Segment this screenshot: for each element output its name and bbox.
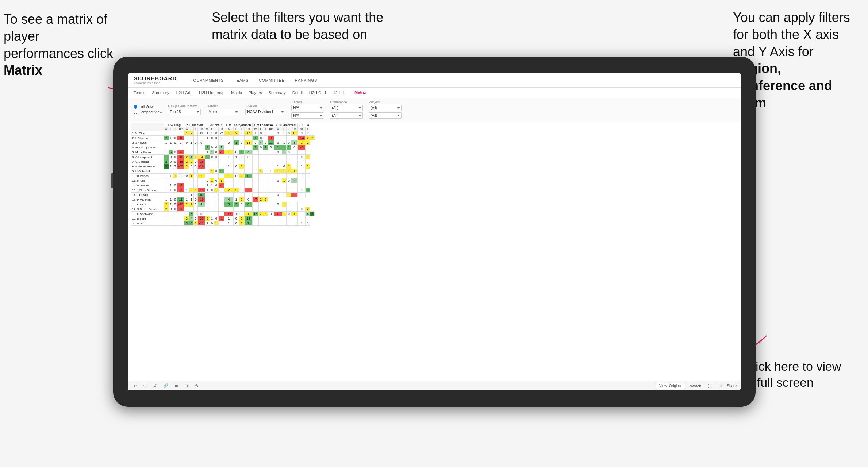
matrix-cell: 0 — [177, 174, 184, 178]
nav-committee[interactable]: COMMITTEE — [259, 78, 285, 82]
annotation-bottom-right: Click here to view in full screen — [744, 358, 857, 390]
toolbar-clock[interactable]: ⏱ — [193, 383, 200, 389]
matrix-cell: 4 — [198, 202, 205, 207]
matrix-cell — [274, 183, 282, 188]
matrix-cell: 1 — [205, 136, 210, 140]
toolbar-undo[interactable]: ↩ — [132, 383, 138, 389]
matrix-cell — [252, 202, 258, 207]
sub-nav-h2h-grid2[interactable]: H2H Grid — [309, 89, 326, 96]
gender-select[interactable]: Men's — [207, 109, 239, 115]
matrix-cell: 1 — [306, 221, 310, 226]
nav-tournaments[interactable]: TOURNAMENTS — [191, 78, 223, 82]
matrix-cell: 2 — [306, 131, 310, 136]
table-row: 11. M Ege01010104 — [131, 178, 315, 183]
matrix-cell: 0 — [173, 188, 177, 193]
sub-nav-teams[interactable]: Teams — [134, 89, 145, 96]
region-select2[interactable]: N/A — [291, 112, 324, 119]
matrix-cell: -10 — [274, 212, 282, 216]
matrix-cell: 1 — [224, 174, 234, 178]
matrix-cell: 11 — [198, 131, 205, 136]
toolbar-minus[interactable]: ⊟ — [183, 383, 189, 389]
sh-l5: L — [259, 127, 263, 131]
toolbar-left: ↩ ↪ ↺ 🔗 ⊞ ⊟ ⏱ — [132, 383, 200, 389]
matrix-cell — [282, 159, 287, 164]
sub-nav-h2h-grid1[interactable]: H2H Grid — [176, 89, 192, 96]
matrix-cell: 2 — [259, 197, 263, 202]
matrix-cell: 1 — [189, 140, 193, 145]
matrix-cell — [218, 188, 224, 193]
matrix-cell — [173, 169, 177, 174]
matrix-cell: 24 — [198, 155, 205, 159]
sub-nav-h2h-heatmap[interactable]: H2H Heatmap — [199, 89, 224, 96]
matrix-cell — [274, 207, 282, 212]
sh-l7: L — [306, 127, 310, 131]
matrix-cell — [210, 212, 214, 216]
matrix-cell — [259, 150, 263, 155]
toolbar-share[interactable]: Share — [727, 384, 737, 388]
matrix-cell: 3 — [205, 155, 210, 159]
conference-select2[interactable]: (All) — [330, 112, 363, 119]
matrix-cell — [268, 193, 274, 197]
toolbar-plus[interactable]: ⊞ — [173, 383, 180, 389]
players-select1[interactable]: (All) — [369, 105, 402, 111]
matrix-cell: 1 — [169, 202, 173, 207]
matrix-cell: 1 — [169, 164, 173, 169]
matrix-cell — [169, 221, 173, 226]
matrix-cell: 0 — [205, 169, 210, 174]
matrix-cell — [164, 131, 169, 136]
nav-rankings[interactable]: RANKINGS — [295, 78, 317, 82]
matrix-cell — [263, 155, 268, 159]
matrix-cell: 1 — [234, 197, 239, 202]
logo-text: SCOREBOARD — [134, 75, 177, 81]
matrix-cell — [198, 136, 205, 140]
division-select[interactable]: NCAA Division I — [245, 109, 285, 115]
matrix-cell: 0 — [184, 140, 189, 145]
matrix-cell: 3 — [189, 212, 193, 216]
matrix-cell — [218, 221, 224, 226]
matrix-cell — [268, 202, 274, 207]
sub-nav-summary2[interactable]: Summary — [269, 89, 286, 96]
sub-nav-matrix1[interactable]: Matrix — [231, 89, 242, 96]
nav-teams[interactable]: TEAMS — [234, 78, 249, 82]
sub-nav-h2h-h[interactable]: H2H H... — [333, 89, 348, 96]
matrix-cell — [287, 216, 291, 221]
compact-view-radio[interactable]: Compact View — [134, 110, 162, 114]
toolbar-link[interactable]: 🔗 — [162, 383, 170, 389]
matrix-cell — [193, 183, 198, 188]
toolbar-expand[interactable]: ⛶ — [706, 383, 713, 389]
matrix-scroll[interactable]: 1. W Ding 2. L Clanton 3. J Koivun 4. M … — [128, 121, 741, 381]
matrix-cell: 0 — [287, 140, 291, 145]
matrix-cell — [205, 140, 210, 145]
matrix-cell: 1 — [224, 164, 234, 169]
nav-bar: SCOREBOARD Powered by clippd TOURNAMENTS… — [128, 73, 741, 88]
matrix-cell: 0 — [214, 131, 219, 136]
matrix-cell — [193, 145, 198, 150]
matrix-cell — [287, 207, 291, 212]
matrix-cell — [252, 150, 258, 155]
toolbar-view-label[interactable]: View: Original — [656, 383, 685, 389]
region-select1[interactable]: N/A — [291, 105, 324, 111]
toolbar-grid[interactable]: ⊞ — [717, 383, 723, 389]
matrix-cell: 1 — [224, 131, 234, 136]
sub-nav-summary1[interactable]: Summary — [152, 89, 169, 96]
sub-nav-players[interactable]: Players — [249, 89, 262, 96]
toolbar-refresh[interactable]: ↺ — [152, 383, 158, 389]
toolbar-watch[interactable]: Watch — [689, 383, 703, 389]
toolbar-redo[interactable]: ↪ — [142, 383, 148, 389]
matrix-cell — [214, 164, 219, 169]
row-label: 12. M Riedel — [131, 183, 164, 188]
players-select2[interactable]: (All) — [369, 112, 402, 119]
matrix-cell: -6 — [177, 183, 184, 188]
full-view-radio[interactable]: Full View — [134, 105, 162, 109]
matrix-cell: 0 — [173, 197, 177, 202]
matrix-cell: 1 — [287, 193, 291, 197]
sub-nav-detail[interactable]: Detail — [292, 89, 303, 96]
matrix-cell — [205, 202, 210, 207]
matrix-cell: 1 — [198, 174, 205, 178]
conference-select1[interactable]: (All) — [330, 105, 363, 111]
max-players-select[interactable]: Top 25 — [168, 109, 201, 115]
sub-nav-matrix2[interactable]: Matrix — [354, 89, 366, 96]
matrix-cell — [306, 145, 310, 150]
matrix-cell: 0 — [173, 202, 177, 207]
matrix-cell: 0 — [239, 131, 245, 136]
